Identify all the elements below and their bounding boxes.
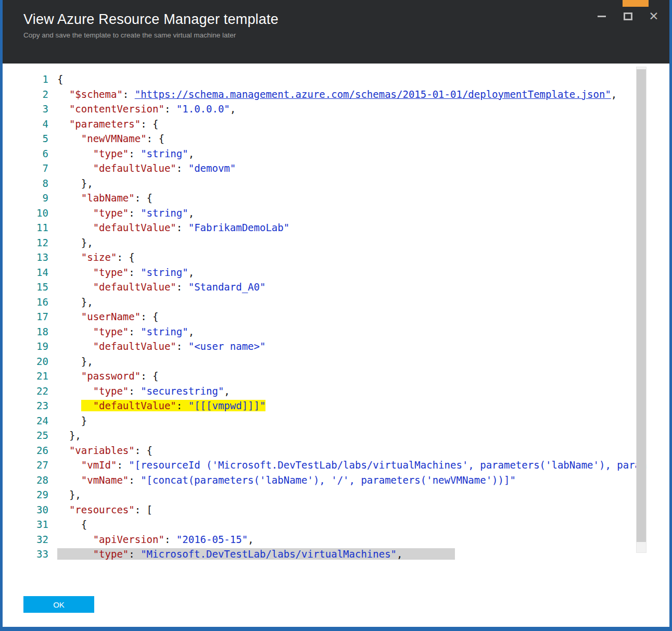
code-token [57,267,93,278]
code-token: }, [57,296,93,308]
ok-button[interactable]: OK [23,596,94,613]
json-key-token: "apiVersion" [93,534,164,545]
code-line: 14 "type": "string", [3,265,669,280]
json-key-token: "variables" [69,445,135,456]
code-line-text: { [57,73,63,85]
code-token [57,400,81,411]
code-line: 10 "type": "string", [3,206,669,221]
code-token [57,133,81,144]
code-token [57,340,93,352]
code-line: 6 "type": "string", [3,146,669,161]
line-number: 14 [3,265,48,280]
line-number: 22 [3,384,48,399]
dialog-title: View Azure Resource Manager template [23,11,669,28]
scrollbar-thumb[interactable] [637,69,646,542]
code-line-text: "vmId": "[resourceId ('Microsoft.DevTest… [57,459,647,471]
json-value-token: "2016-05-15" [176,534,248,545]
vertical-scrollbar[interactable] [636,67,646,553]
line-number: 23 [3,398,48,413]
line-number: 1 [3,72,48,87]
code-line: 25 }, [3,428,669,443]
json-key-token: "type" [93,207,129,219]
code-token [57,445,69,456]
json-key-token: "vmName" [81,474,129,486]
code-token: : [129,385,141,397]
code-token: : [164,103,176,115]
code-token: , [188,207,194,219]
code-token [57,89,69,100]
code-line-text: "defaultValue": "<user name>" [57,340,265,352]
code-line-text: }, [57,296,93,308]
json-key-token: "newVMName" [81,133,147,144]
maximize-accent-bar [623,0,649,7]
highlighted-token: : [176,400,188,411]
code-token: : [164,534,176,545]
code-line: 9 "labName": { [3,191,669,206]
json-key-token: "userName" [81,311,141,322]
code-line-text: "variables": { [57,445,153,456]
code-token [57,281,93,293]
code-line-text: "type": "Microsoft.DevTestLab/labs/virtu… [57,548,455,560]
json-key-token: "type" [93,326,129,337]
code-token [57,311,81,322]
code-token: : [ [135,504,153,515]
close-button[interactable]: ✕ [641,7,667,25]
code-token: , [224,385,230,397]
code-line: 32 "apiVersion": "2016-05-15", [3,532,669,547]
code-line-text: "defaultValue": "[[[vmpwd]]]" [57,400,265,411]
window-controls: ✕ [589,7,667,25]
code-line: 20 }, [3,354,669,369]
json-value-token: "securestring" [141,385,224,397]
code-line: 30 "resources": [ [3,502,669,518]
code-token: : [129,148,141,159]
code-token: : { [141,370,158,382]
code-token [57,385,93,397]
line-number: 15 [3,280,48,295]
code-token: { [57,73,63,85]
line-number: 6 [3,146,48,161]
code-token [57,548,93,560]
code-line-text: "defaultValue": "Standard_A0" [57,281,265,293]
json-value-token: "string" [141,207,188,219]
code-line-text: "size": { [57,251,135,263]
line-number: 26 [3,443,48,458]
code-token [57,192,81,204]
code-line-text: "type": "securestring", [57,385,230,397]
code-token: }, [57,356,93,367]
json-key-token: "type" [93,385,129,397]
highlighted-token: "[[[vmpwd]]]" [188,400,266,411]
code-token: , [397,548,402,560]
code-line-text: "type": "string", [57,267,194,278]
line-number: 4 [3,117,48,132]
code-token [57,251,81,263]
json-key-token: "defaultValue" [93,162,176,174]
code-line: 29 }, [3,487,669,502]
code-line-text: "userName": { [57,311,158,322]
code-token: : [129,326,141,337]
maximize-button[interactable] [615,7,641,25]
code-lines-container: 1{2 "$schema": "https://schema.managemen… [3,72,669,562]
code-line: 19 "defaultValue": "<user name>" [3,339,669,354]
json-key-token: "parameters" [69,118,141,130]
json-key-token: "vmId" [81,459,117,471]
code-line-text: }, [57,489,81,500]
minimize-button[interactable] [589,7,615,25]
code-line: 28 "vmName": "[concat(parameters('labNam… [3,473,669,488]
code-token: }, [57,237,93,248]
minimize-icon [598,16,606,17]
dialog-titlebar: View Azure Resource Manager template Cop… [3,0,669,64]
code-token [57,103,69,115]
schema-url-link[interactable]: "https://schema.management.azure.com/sch… [135,89,611,100]
line-number: 31 [3,517,48,532]
line-number: 5 [3,131,48,146]
json-key-token: "contentVersion" [69,103,164,115]
line-number: 3 [3,102,48,117]
code-token [57,474,81,486]
line-number: 8 [3,176,48,191]
line-number: 12 [3,235,48,250]
code-line: 21 "password": { [3,369,669,384]
template-code-viewer[interactable]: 1{2 "$schema": "https://schema.managemen… [3,64,669,579]
dialog-body: 1{2 "$schema": "https://schema.managemen… [3,64,669,627]
line-number: 29 [3,487,48,502]
code-token [57,222,93,233]
